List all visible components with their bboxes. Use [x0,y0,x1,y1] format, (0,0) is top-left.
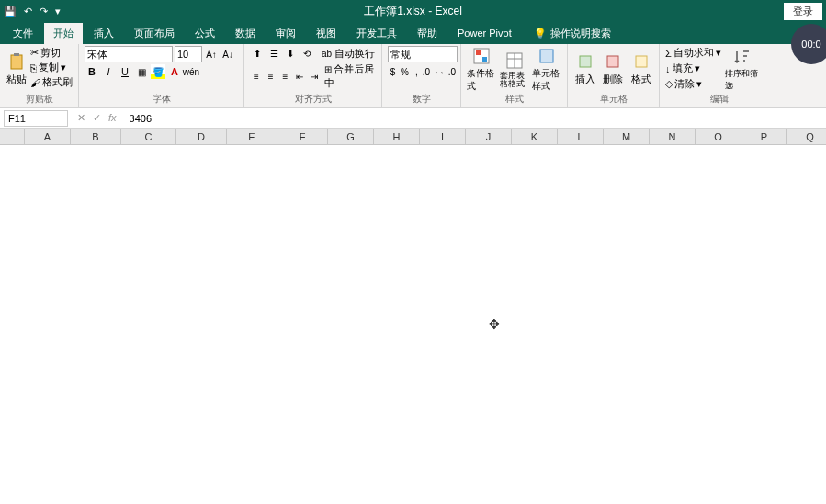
align-center-icon[interactable]: ≡ [265,69,277,84]
italic-button[interactable]: I [101,64,116,79]
cut-button[interactable]: ✂剪切 [30,46,73,60]
tab-Power Pivot[interactable]: Power Pivot [448,24,521,42]
col-header-N[interactable]: N [650,129,696,145]
decrease-font-icon[interactable]: A↓ [221,47,235,62]
cell-style-button[interactable]: 单元格样式 [532,46,561,93]
merge-button[interactable]: ⊞ 合并后居中 [324,62,376,90]
table-format-button[interactable]: 套用表格格式 [500,46,529,93]
align-right-icon[interactable]: ≡ [278,69,291,84]
tell-me-search[interactable]: 💡 操作说明搜索 [534,27,611,40]
cursor-icon: ✥ [489,317,500,331]
clear-button[interactable]: ◇ 清除 ▾ [665,77,721,91]
col-header-C[interactable]: C [121,129,176,145]
col-header-H[interactable]: H [374,129,420,145]
group-label: 数字 [388,93,455,107]
font-name-select[interactable] [85,46,173,62]
formula-input[interactable] [126,110,826,127]
undo-icon[interactable]: ↶ [24,6,32,17]
group-label: 编辑 [665,93,774,107]
tab-视图[interactable]: 视图 [307,23,345,44]
bold-button[interactable]: B [85,64,99,79]
comma-icon[interactable]: , [412,64,422,79]
align-left-icon[interactable]: ≡ [250,69,263,84]
select-all-corner[interactable] [0,129,25,145]
timer-overlay: 00:0 [791,24,826,64]
sort-filter-button[interactable]: 排序和筛选 [725,46,758,93]
format-icon [632,52,651,71]
insert-cells-button[interactable]: 插入 [573,46,597,93]
col-header-F[interactable]: F [277,129,328,145]
conditional-format-button[interactable]: 条件格式 [467,46,496,93]
align-middle-icon[interactable]: ☰ [266,46,281,61]
indent-inc-icon[interactable]: ⇥ [308,69,321,84]
col-header-A[interactable]: A [25,129,71,145]
copy-icon: ⎘ [30,62,37,73]
group-label: 字体 [85,93,238,107]
align-top-icon[interactable]: ⬆ [250,46,265,61]
tab-文件[interactable]: 文件 [4,23,42,44]
fill-color-button[interactable]: 🪣 [151,64,165,79]
cell-style-icon [537,47,556,65]
name-box[interactable] [4,110,68,127]
col-header-D[interactable]: D [176,129,227,145]
col-header-O[interactable]: O [696,129,741,145]
svg-rect-0 [11,55,22,69]
increase-font-icon[interactable]: A↑ [204,47,219,62]
font-size-select[interactable] [175,46,202,62]
wrap-text-button[interactable]: ab 自动换行 [322,47,375,61]
autosum-button[interactable]: Σ 自动求和 ▾ [665,46,721,60]
window-title: 工作簿1.xlsx - Excel [364,4,462,19]
currency-icon[interactable]: $ [388,64,398,79]
redo-icon[interactable]: ↷ [40,6,48,17]
format-cells-button[interactable]: 格式 [629,46,653,93]
paste-icon [7,52,26,71]
fx-icon[interactable]: fx [108,112,117,124]
col-header-P[interactable]: P [741,129,787,145]
tab-页面布局[interactable]: 页面布局 [125,23,184,44]
copy-button[interactable]: ⎘复制 ▾ [30,61,73,74]
cancel-formula-icon[interactable]: ✕ [77,112,85,124]
cond-format-icon [472,47,491,65]
paste-button[interactable]: 粘贴 [6,46,27,93]
border-button[interactable]: ▦ [134,64,149,79]
dec-decimal-icon[interactable]: ←.0 [440,64,455,79]
tab-审阅[interactable]: 审阅 [266,23,305,44]
col-header-I[interactable]: I [420,129,466,145]
save-icon[interactable]: 💾 [4,6,17,17]
font-color-button[interactable]: A [167,64,182,79]
col-header-B[interactable]: B [71,129,121,145]
phonetic-button[interactable]: wén [184,64,198,79]
format-painter-button[interactable]: 🖌格式刷 [30,75,73,89]
inc-decimal-icon[interactable]: .0→ [424,64,438,79]
underline-button[interactable]: U [118,64,132,79]
login-button[interactable]: 登录 [784,3,822,20]
col-header-L[interactable]: L [558,129,604,145]
col-header-M[interactable]: M [604,129,650,145]
fill-button[interactable]: ↓ 填充 ▾ [665,62,721,75]
percent-icon[interactable]: % [400,64,410,79]
col-header-K[interactable]: K [512,129,558,145]
enter-formula-icon[interactable]: ✓ [93,112,101,124]
delete-cells-button[interactable]: 删除 [601,46,625,93]
tab-公式[interactable]: 公式 [186,23,224,44]
col-header-Q[interactable]: Q [787,129,826,145]
tab-帮助[interactable]: 帮助 [408,23,447,44]
tab-开始[interactable]: 开始 [44,23,83,44]
svg-rect-3 [476,50,481,55]
formula-bar: ✕ ✓ fx [0,108,826,129]
col-header-E[interactable]: E [227,129,277,145]
tab-插入[interactable]: 插入 [85,23,123,44]
align-bottom-icon[interactable]: ⬇ [283,46,298,61]
title-bar: 💾 ↶ ↷ ▾ 工作簿1.xlsx - Excel 登录 [0,0,826,22]
ribbon: 粘贴 ✂剪切 ⎘复制 ▾ 🖌格式刷 剪贴板 A↑ A↓ B I U ▦ 🪣 [0,44,826,108]
indent-dec-icon[interactable]: ⇤ [293,69,306,84]
tab-开发工具[interactable]: 开发工具 [347,23,406,44]
tab-数据[interactable]: 数据 [226,23,265,44]
qat-more-icon[interactable]: ▾ [55,6,61,17]
ribbon-tabs: 文件开始插入页面布局公式数据审阅视图开发工具帮助Power Pivot💡 操作说… [0,22,826,44]
number-format-select[interactable] [388,46,458,62]
col-header-G[interactable]: G [328,129,374,145]
orientation-icon[interactable]: ⟲ [300,46,314,61]
col-header-J[interactable]: J [466,129,512,145]
worksheet[interactable]: ABCDEFGHIJKLMNOPQ1部 门实出勤基本工资岗位工资绩效工资应发工资… [0,129,826,149]
